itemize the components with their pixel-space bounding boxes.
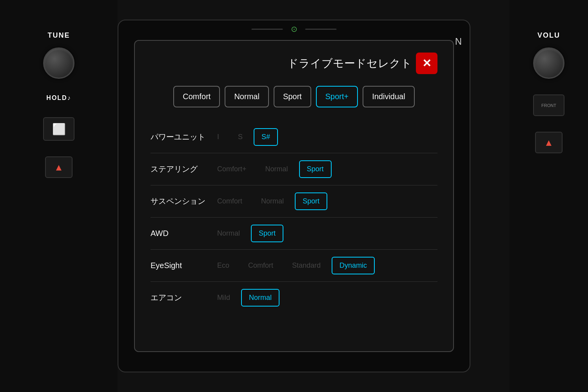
arrow-up-button[interactable]: ▲ <box>45 156 73 178</box>
mode-btn-sport-plus[interactable]: Sport+ <box>316 86 358 107</box>
power-unit-sh-btn[interactable]: S# <box>254 128 278 146</box>
top-bar-right <box>305 29 337 30</box>
power-unit-options: I S S# <box>209 128 437 146</box>
suspension-sport-btn[interactable]: Sport <box>295 192 327 210</box>
suspension-comfort-btn[interactable]: Comfort <box>209 192 250 210</box>
aircon-options: Mild Normal <box>209 289 437 307</box>
drive-mode-dialog: ドライブモードセレクト ✕ Comfort Normal Sport Sport… <box>134 40 454 352</box>
settings-rows: パワーユニット I S S# ステアリング Comfort+ Normal Sp… <box>151 121 437 314</box>
close-icon: ✕ <box>422 57 431 70</box>
aircon-normal-btn[interactable]: Normal <box>241 289 279 307</box>
power-unit-i-btn[interactable]: I <box>209 128 227 146</box>
mode-btn-comfort[interactable]: Comfort <box>173 86 220 107</box>
nfc-area: Ν <box>455 36 462 47</box>
mode-selector: Comfort Normal Sport Sport+ Individual <box>151 86 437 107</box>
eyesight-eco-btn[interactable]: Eco <box>209 257 237 274</box>
eyesight-dynamic-btn[interactable]: Dynamic <box>332 257 375 274</box>
camera-icon: ⊙ <box>291 24 298 34</box>
suspension-options: Comfort Normal Sport <box>209 192 437 210</box>
right-arrow-up-button[interactable]: ▲ <box>535 132 563 153</box>
dialog-title: ドライブモードセレクト <box>283 56 416 71</box>
steering-sport-btn[interactable]: Sport <box>299 160 332 178</box>
suspension-label: サスペンション <box>151 196 205 207</box>
eyesight-label: EyeSight <box>151 261 205 270</box>
nfc-icon: Ν <box>455 36 462 47</box>
front-heat-button[interactable]: FRONT <box>533 94 564 116</box>
power-unit-s-btn[interactable]: S <box>230 128 250 146</box>
top-bar-left <box>252 29 283 30</box>
seat-heat-icon: ⬜ <box>52 123 66 136</box>
right-arrow-up-icon: ▲ <box>544 137 554 148</box>
left-panel: TUNE HOLD♪ ⬜ ▲ <box>0 0 118 392</box>
awd-row: AWD Normal Sport <box>151 218 437 250</box>
arrow-up-icon: ▲ <box>54 162 64 173</box>
tune-knob[interactable] <box>43 47 74 79</box>
steering-label: ステアリング <box>151 164 205 174</box>
seat-heat-button[interactable]: ⬜ <box>43 117 74 141</box>
screen-top-bar: ⊙ <box>252 24 337 34</box>
steering-normal-btn[interactable]: Normal <box>258 160 296 178</box>
aircon-row: エアコン Mild Normal <box>151 282 437 314</box>
power-unit-label: パワーユニット <box>151 132 205 142</box>
dialog-header: ドライブモードセレクト ✕ <box>151 53 437 74</box>
steering-row: ステアリング Comfort+ Normal Sport <box>151 153 437 185</box>
hold-label: HOLD♪ <box>46 94 71 102</box>
eyesight-row: EyeSight Eco Comfort Standard Dynamic <box>151 250 437 282</box>
awd-options: Normal Sport <box>209 225 437 242</box>
volume-knob[interactable] <box>533 47 564 79</box>
steering-comfort-btn[interactable]: Comfort+ <box>209 160 254 178</box>
main-screen: ⊙ ドライブモードセレクト ✕ Comfort Normal Sport Spo… <box>118 20 470 372</box>
awd-sport-btn[interactable]: Sport <box>251 225 283 242</box>
eyesight-comfort-btn[interactable]: Comfort <box>240 257 281 274</box>
aircon-mild-btn[interactable]: Mild <box>209 289 238 307</box>
awd-normal-btn[interactable]: Normal <box>209 225 248 242</box>
mode-btn-normal[interactable]: Normal <box>225 86 269 107</box>
power-unit-row: パワーユニット I S S# <box>151 121 437 153</box>
awd-label: AWD <box>151 229 205 238</box>
right-panel: VOLU FRONT ▲ <box>510 0 588 392</box>
front-heat-icon: FRONT <box>541 103 556 108</box>
mode-btn-individual[interactable]: Individual <box>363 86 415 107</box>
eyesight-standard-btn[interactable]: Standard <box>284 257 328 274</box>
volume-label: VOLU <box>537 31 560 40</box>
mode-btn-sport[interactable]: Sport <box>274 86 311 107</box>
aircon-label: エアコン <box>151 292 205 303</box>
suspension-normal-btn[interactable]: Normal <box>253 192 292 210</box>
eyesight-options: Eco Comfort Standard Dynamic <box>209 257 437 274</box>
suspension-row: サスペンション Comfort Normal Sport <box>151 185 437 218</box>
car-panel: TUNE HOLD♪ ⬜ ▲ VOLU FRONT ▲ ⊙ <box>0 0 588 392</box>
steering-options: Comfort+ Normal Sport <box>209 160 437 178</box>
close-button[interactable]: ✕ <box>416 53 437 74</box>
tune-label: TUNE <box>48 31 70 40</box>
